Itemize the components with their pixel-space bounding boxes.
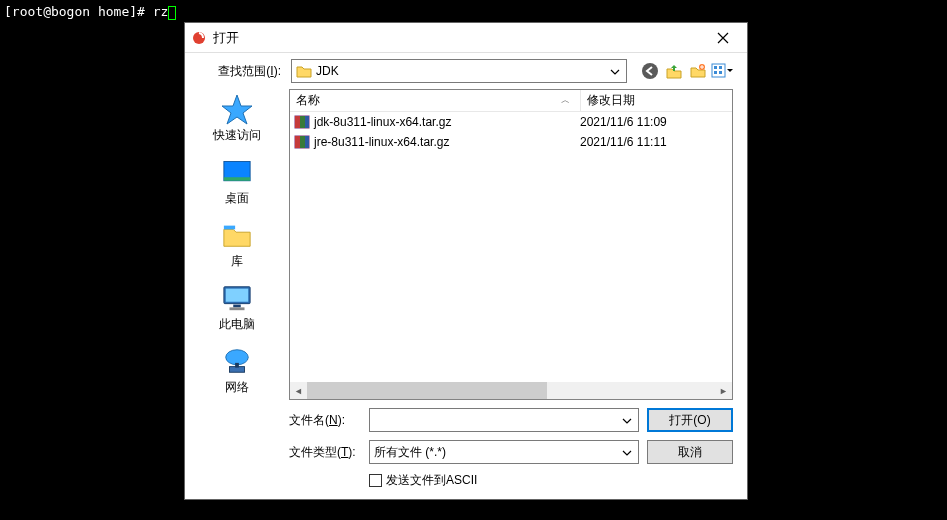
terminal-command: rz <box>153 4 169 19</box>
archive-icon <box>294 114 310 130</box>
lookin-combo[interactable]: JDK <box>291 59 627 83</box>
ascii-checkbox-label[interactable]: 发送文件到ASCII <box>386 472 477 489</box>
scroll-left-button[interactable]: ◄ <box>290 382 307 399</box>
dialog-title: 打开 <box>213 29 705 47</box>
svg-rect-7 <box>714 71 717 74</box>
filetype-row: 文件类型(T): 所有文件 (*.*) 取消 <box>289 440 733 464</box>
lookin-row: 查找范围(I): JDK <box>185 53 747 89</box>
svg-rect-10 <box>224 177 250 181</box>
svg-rect-11 <box>224 226 235 230</box>
nav-toolbar <box>639 60 733 82</box>
close-button[interactable] <box>705 24 741 52</box>
svg-rect-6 <box>719 66 722 69</box>
column-header-date[interactable]: 修改日期 <box>580 90 732 111</box>
place-network[interactable]: 网络 <box>197 343 277 398</box>
svg-rect-8 <box>719 71 722 74</box>
svg-rect-4 <box>712 64 725 77</box>
column-header-name[interactable]: 名称 ︿ <box>290 90 580 111</box>
chevron-down-icon[interactable] <box>620 413 634 427</box>
libraries-icon <box>219 219 255 251</box>
place-this-pc[interactable]: 此电脑 <box>197 280 277 335</box>
filename-label: 文件名(N): <box>289 412 361 429</box>
main-area: 名称 ︿ 修改日期 jdk-8u311-linux-x64.tar.gz 202… <box>289 89 747 499</box>
svg-point-1 <box>642 63 658 79</box>
svg-rect-5 <box>714 66 717 69</box>
svg-rect-13 <box>226 289 249 302</box>
archive-icon <box>294 134 310 150</box>
view-menu-button[interactable] <box>711 60 733 82</box>
scroll-right-button[interactable]: ► <box>715 382 732 399</box>
app-icon <box>191 30 207 46</box>
quick-access-icon <box>219 93 255 125</box>
filetype-label: 文件类型(T): <box>289 444 361 461</box>
places-bar: 快速访问 桌面 库 此电脑 <box>185 89 289 499</box>
chevron-down-icon[interactable] <box>620 445 634 459</box>
network-icon <box>219 345 255 377</box>
up-button[interactable] <box>663 60 685 82</box>
cancel-button[interactable]: 取消 <box>647 440 733 464</box>
svg-rect-21 <box>300 116 305 128</box>
svg-rect-14 <box>233 305 241 308</box>
filetype-combo[interactable]: 所有文件 (*.*) <box>369 440 639 464</box>
list-item[interactable]: jdk-8u311-linux-x64.tar.gz 2021/11/6 11:… <box>290 112 732 132</box>
svg-point-16 <box>226 350 249 365</box>
folder-icon <box>296 64 312 78</box>
ascii-checkbox[interactable] <box>369 474 382 487</box>
list-header: 名称 ︿ 修改日期 <box>290 90 732 112</box>
horizontal-scrollbar[interactable]: ◄ ► <box>290 382 732 399</box>
svg-rect-20 <box>295 116 300 128</box>
desktop-icon <box>219 156 255 188</box>
terminal-output: [root@bogon home]# rz <box>4 4 176 20</box>
back-button[interactable] <box>639 60 661 82</box>
lookin-value: JDK <box>316 64 608 78</box>
titlebar[interactable]: 打开 <box>185 23 747 53</box>
lookin-label: 查找范围(I): <box>185 63 285 80</box>
filename-row: 文件名(N): 打开(O) <box>289 408 733 432</box>
filename-combo[interactable] <box>369 408 639 432</box>
place-quick-access[interactable]: 快速访问 <box>197 91 277 146</box>
place-desktop[interactable]: 桌面 <box>197 154 277 209</box>
svg-rect-25 <box>300 136 305 148</box>
svg-rect-24 <box>295 136 300 148</box>
new-folder-button[interactable] <box>687 60 709 82</box>
chevron-down-icon[interactable] <box>608 64 622 78</box>
ascii-checkbox-row: 发送文件到ASCII <box>289 466 733 499</box>
open-file-dialog: 打开 查找范围(I): JDK <box>184 22 748 500</box>
list-body[interactable]: jdk-8u311-linux-x64.tar.gz 2021/11/6 11:… <box>290 112 732 382</box>
sort-indicator-icon: ︿ <box>561 94 570 107</box>
fields: 文件名(N): 打开(O) 文件类型(T): <box>289 400 733 466</box>
terminal-cursor <box>168 6 176 20</box>
place-libraries[interactable]: 库 <box>197 217 277 272</box>
list-item[interactable]: jre-8u311-linux-x64.tar.gz 2021/11/6 11:… <box>290 132 732 152</box>
svg-rect-22 <box>305 116 309 128</box>
file-list: 名称 ︿ 修改日期 jdk-8u311-linux-x64.tar.gz 202… <box>289 89 733 400</box>
open-button[interactable]: 打开(O) <box>647 408 733 432</box>
svg-rect-2 <box>673 67 675 71</box>
svg-rect-18 <box>235 363 239 368</box>
scroll-track[interactable] <box>307 382 715 399</box>
filename-input[interactable] <box>374 410 620 430</box>
terminal-prompt: [root@bogon home]# <box>4 4 153 19</box>
filetype-value: 所有文件 (*.*) <box>374 444 620 461</box>
dialog-body: 快速访问 桌面 库 此电脑 <box>185 89 747 499</box>
computer-icon <box>219 282 255 314</box>
svg-rect-15 <box>230 307 245 310</box>
svg-rect-26 <box>305 136 309 148</box>
scroll-thumb[interactable] <box>307 382 547 399</box>
